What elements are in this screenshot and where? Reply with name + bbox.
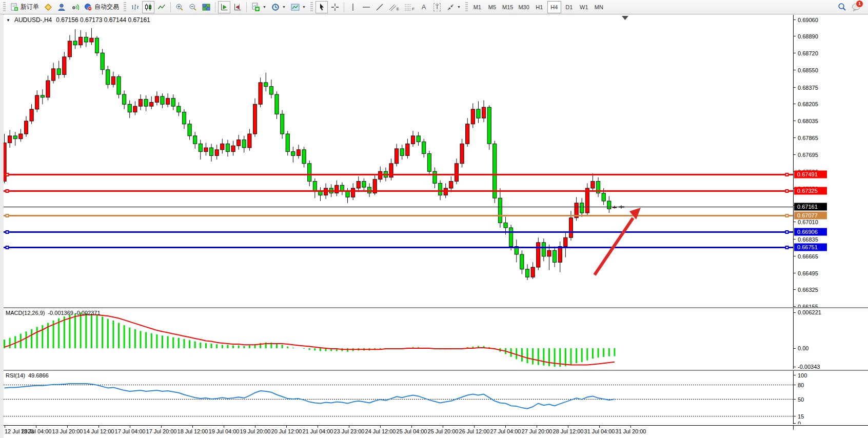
channel-tool[interactable]: E: [387, 1, 401, 13]
svg-text:26 Jul 12:00: 26 Jul 12:00: [459, 428, 490, 434]
trend-arrow[interactable]: [595, 208, 641, 275]
timeframe-w1[interactable]: W1: [577, 1, 591, 13]
svg-text:13 Jul 04:00: 13 Jul 04:00: [21, 428, 52, 434]
rsi-line: [5, 384, 615, 409]
svg-text:0.00: 0.00: [798, 345, 808, 351]
notifications-button[interactable]: 1: [850, 1, 863, 13]
templates-button[interactable]: ▼: [289, 1, 308, 13]
svg-text:18 Jul 12:00: 18 Jul 12:00: [177, 428, 208, 434]
rsi-panel[interactable]: 1008050150 RSI(14) 49.6866: [4, 370, 868, 425]
chart-area: 0.690600.688900.687200.685500.683750.682…: [4, 15, 868, 438]
auto-scroll-button[interactable]: [218, 1, 230, 13]
svg-text:0.68550: 0.68550: [798, 67, 818, 73]
fibonacci-tool[interactable]: F: [402, 1, 417, 13]
zoom-in-button[interactable]: [173, 1, 186, 13]
rsi-value: 49.6866: [28, 372, 49, 379]
indicators-button[interactable]: ▼: [249, 1, 268, 13]
text-tool-icon: A: [422, 3, 426, 11]
indicator-add-icon: [251, 3, 260, 11]
signals-button[interactable]: [69, 1, 81, 13]
svg-text:0.66835: 0.66835: [798, 236, 818, 243]
auto-trading-button[interactable]: 自动交易: [82, 1, 121, 13]
text-label-tool[interactable]: T: [431, 1, 443, 13]
new-order-button[interactable]: 新订单: [8, 1, 41, 13]
macd-values: -0.001369 -0.002371: [48, 310, 100, 316]
svg-text:0.66325: 0.66325: [798, 287, 818, 293]
toolbar-separator: [215, 2, 215, 12]
metaeditor-button[interactable]: [42, 1, 54, 13]
timeframe-m1[interactable]: M1: [470, 1, 484, 13]
zoom-out-button[interactable]: [187, 1, 199, 13]
chart-shift-marker: [622, 16, 628, 20]
svg-text:0.67161: 0.67161: [797, 204, 818, 210]
vertical-line-icon: [349, 3, 357, 11]
horizontal-line[interactable]: [4, 189, 793, 193]
signal-waves-icon: [71, 3, 79, 11]
zoom-in-icon: [175, 3, 184, 11]
horizontal-line-icon: [362, 4, 370, 11]
rsi-label: RSI(14) 49.6866: [6, 372, 49, 379]
profile-button[interactable]: [55, 1, 68, 13]
svg-text:0.67491: 0.67491: [797, 171, 818, 177]
chart-title: ▼ AUDUSD-,H4 0.67156 0.67173 0.67144 0.6…: [6, 16, 150, 24]
cursor-button[interactable]: [315, 1, 328, 13]
svg-text:0.66906: 0.66906: [797, 229, 818, 235]
auto-scroll-icon: [220, 3, 228, 11]
svg-text:27 Jul 04:00: 27 Jul 04:00: [490, 428, 521, 434]
time-axis[interactable]: 12 Jul 202313 Jul 04:0013 Jul 20:0014 Ju…: [4, 425, 868, 438]
trendline-tool[interactable]: [373, 1, 386, 13]
horizontal-line[interactable]: [4, 214, 793, 217]
timeframe-group: M1M5M15M30H1H4D1W1MN: [470, 1, 606, 13]
text-label-icon: T: [433, 3, 440, 11]
arrows-tool[interactable]: ▼: [444, 1, 463, 13]
horizontal-line[interactable]: [4, 230, 793, 234]
timeframe-h4[interactable]: H4: [547, 1, 561, 13]
svg-text:-0.00343: -0.00343: [798, 364, 820, 369]
fibonacci-icon: [404, 3, 411, 11]
svg-text:0.69060: 0.69060: [798, 17, 818, 23]
auto-trading-label: 自动交易: [94, 3, 119, 11]
horizontal-line[interactable]: [4, 173, 793, 176]
tile-windows-button[interactable]: [200, 1, 212, 13]
svg-text:0.66155: 0.66155: [798, 304, 818, 308]
price-chart[interactable]: 0.690600.688900.687200.685500.683750.682…: [4, 15, 868, 307]
svg-text:27 Jul 20:00: 27 Jul 20:00: [522, 428, 553, 434]
symbol-menu-icon[interactable]: ▼: [6, 18, 10, 23]
rsi-name: RSI(14): [6, 372, 25, 379]
timeframe-m30[interactable]: M30: [516, 1, 531, 13]
search-button[interactable]: [836, 1, 849, 13]
toolbar-grip: [310, 2, 313, 12]
horizontal-line[interactable]: [4, 246, 793, 249]
macd-signal-line: [5, 315, 615, 365]
vertical-line-tool[interactable]: [347, 1, 359, 13]
chart-shift-icon: [233, 3, 242, 11]
timeframe-m15[interactable]: M15: [500, 1, 515, 13]
template-icon: [291, 4, 300, 11]
svg-text:80: 80: [798, 382, 804, 388]
crosshair-button[interactable]: [329, 1, 341, 13]
periods-button[interactable]: ▼: [269, 1, 288, 13]
svg-text:0.66751: 0.66751: [797, 244, 818, 250]
svg-text:17 Jul 04:00: 17 Jul 04:00: [115, 428, 146, 434]
svg-text:100: 100: [798, 372, 807, 379]
macd-panel[interactable]: 0.0062210.00-0.00343 MACD(12,26,9) -0.00…: [4, 307, 868, 370]
bar-chart-button[interactable]: [129, 1, 141, 13]
rsi-chart: 1008050150: [4, 371, 868, 424]
svg-text:0: 0: [798, 421, 801, 425]
svg-text:0.68205: 0.68205: [798, 101, 818, 107]
zoom-out-icon: [189, 3, 197, 11]
svg-text:28 Jul 12:00: 28 Jul 12:00: [553, 428, 584, 434]
timeframe-mn[interactable]: MN: [592, 1, 606, 13]
text-tool[interactable]: A: [418, 1, 430, 13]
notification-badge: 1: [856, 0, 863, 8]
candlestick-chart-button[interactable]: [142, 1, 154, 13]
timeframe-h1[interactable]: H1: [532, 1, 546, 13]
timeframe-d1[interactable]: D1: [562, 1, 576, 13]
svg-text:0.67077: 0.67077: [797, 212, 818, 218]
main-chart-panel[interactable]: 0.690600.688900.687200.685500.683750.682…: [4, 15, 868, 307]
timeframe-m5[interactable]: M5: [485, 1, 499, 13]
line-chart-button[interactable]: [155, 1, 168, 13]
horizontal-line-tool[interactable]: [360, 1, 372, 13]
chart-shift-button[interactable]: [231, 1, 244, 13]
chart-symbol-period: AUDUSD-,H4: [14, 16, 52, 24]
